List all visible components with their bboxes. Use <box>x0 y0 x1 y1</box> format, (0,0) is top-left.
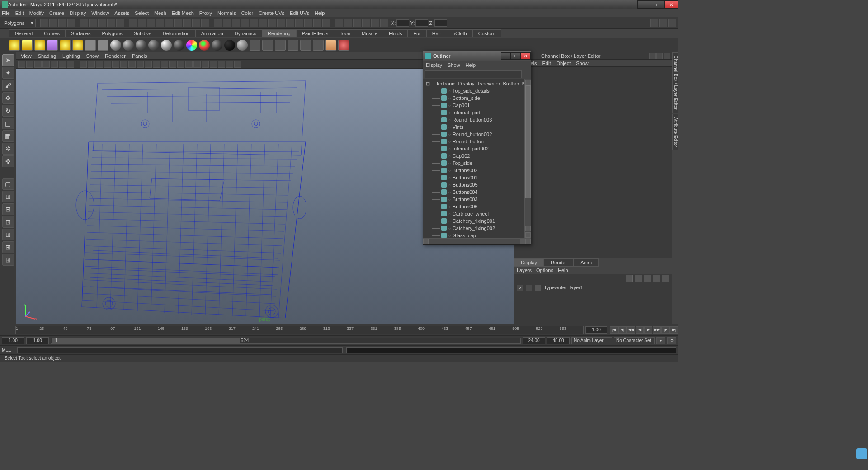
shelf-tab-polygons[interactable]: Polygons <box>96 29 128 37</box>
shelf-tab-subdivs[interactable]: Subdivs <box>128 29 157 37</box>
shader-ball-icon[interactable] <box>174 40 184 51</box>
toolbar-button[interactable] <box>201 19 209 27</box>
toolbar-button[interactable] <box>380 19 388 27</box>
autokey-button[interactable]: ● <box>656 337 665 344</box>
toolbar-button[interactable] <box>165 19 173 27</box>
menu-edit-uvs[interactable]: Edit UVs <box>290 10 309 16</box>
panel-icon[interactable] <box>649 53 656 59</box>
outliner-item[interactable]: ——○Glass_cap <box>423 232 531 238</box>
toolbar-button[interactable] <box>241 19 249 27</box>
play-back-button[interactable]: ◀ <box>636 326 644 334</box>
vp-btn[interactable] <box>26 61 33 68</box>
layout-single[interactable]: ▢ <box>2 178 14 190</box>
shelf-icon[interactable] <box>326 40 336 51</box>
step-back-button[interactable]: ◀◀ <box>627 326 635 334</box>
outliner-close-button[interactable]: ✕ <box>521 52 531 60</box>
range-slider[interactable]: 1 624 <box>51 338 521 344</box>
menu-create-uvs[interactable]: Create UVs <box>259 10 284 16</box>
toolbar-button[interactable] <box>335 19 343 27</box>
goto-end-button[interactable]: ▶| <box>670 326 678 334</box>
soft-mod-tool[interactable]: ✲ <box>2 143 14 155</box>
shelf-icon[interactable] <box>250 40 260 51</box>
outliner-item[interactable]: ——○Catchery_fixing002 <box>423 225 531 232</box>
outliner-item[interactable]: ⊟Electronic_Display_Typewriter_Brother_M… <box>423 80 531 87</box>
toolbar-button[interactable] <box>49 19 57 27</box>
layout-custom[interactable]: ⊞ <box>2 241 14 253</box>
panel-icon[interactable] <box>656 53 663 59</box>
layer-tab-render[interactable]: Render <box>544 258 574 267</box>
toolbar-button[interactable] <box>304 19 312 27</box>
shelf-icon[interactable] <box>275 40 286 51</box>
layer-tab-display[interactable]: Display <box>514 258 544 267</box>
toolbar-button[interactable] <box>286 19 294 27</box>
outliner-window[interactable]: Outliner _ □ ✕ DisplayShowHelp ⊟Electron… <box>423 51 531 245</box>
toolbar-button[interactable] <box>322 19 330 27</box>
outliner-menu-help[interactable]: Help <box>466 62 476 68</box>
shelf-icon[interactable] <box>72 40 83 51</box>
shelf-tab-fluids[interactable]: Fluids <box>383 29 408 37</box>
outliner-item[interactable]: ——○Top_side <box>423 160 531 167</box>
toolbar-button[interactable] <box>344 19 352 27</box>
toolbar-button[interactable] <box>156 19 164 27</box>
shader-ball-icon[interactable] <box>186 40 197 51</box>
toolbar-button[interactable] <box>147 19 155 27</box>
shelf-icon[interactable] <box>313 40 324 51</box>
layer-menu-help[interactable]: Help <box>558 268 568 273</box>
coord-z-input[interactable] <box>434 19 447 27</box>
toolbar-button[interactable] <box>362 19 370 27</box>
toolbar-button[interactable] <box>80 19 88 27</box>
toolbar-button[interactable] <box>192 19 200 27</box>
shader-ball-icon[interactable] <box>161 40 172 51</box>
outliner-item[interactable]: ——○Buttons001 <box>423 174 531 181</box>
last-tool[interactable]: ✜ <box>2 155 14 167</box>
vp-btn[interactable] <box>234 61 241 68</box>
shelf-tab-animation[interactable]: Animation <box>195 29 229 37</box>
vp-btn[interactable] <box>18 61 25 68</box>
outliner-maximize-button[interactable]: □ <box>511 52 521 60</box>
vp-btn[interactable] <box>59 61 66 68</box>
menu-edit[interactable]: Edit <box>15 10 24 16</box>
current-time-field[interactable] <box>585 326 607 334</box>
toolbar-button[interactable] <box>223 19 231 27</box>
vp-btn[interactable] <box>42 61 50 68</box>
lasso-tool[interactable]: ✦ <box>2 67 14 79</box>
layer-tab-anim[interactable]: Anim <box>574 258 599 267</box>
vp-btn[interactable] <box>128 61 136 68</box>
vp-btn[interactable] <box>210 61 217 68</box>
character-set-dropdown[interactable]: No Character Set <box>614 337 655 344</box>
menu-create[interactable]: Create <box>49 10 64 16</box>
vp-btn[interactable] <box>120 61 127 68</box>
menu-file[interactable]: File <box>2 10 10 16</box>
menu-mesh[interactable]: Mesh <box>154 10 166 16</box>
layer-color-cell[interactable] <box>535 285 541 291</box>
outliner-item[interactable]: ——○Round_button <box>423 138 531 145</box>
toolbar-button[interactable] <box>129 19 137 27</box>
cb-menu-object[interactable]: Object <box>556 61 571 66</box>
side-tab[interactable]: Channel Box / Layer Editor <box>672 52 678 113</box>
layer-row[interactable]: V Typewriter_layer1 <box>514 283 672 324</box>
toolbar-button[interactable] <box>214 19 222 27</box>
outliner-item[interactable]: ——○Cartridge_wheel <box>423 210 531 217</box>
shelf-icon[interactable] <box>98 40 108 51</box>
toolbar-button[interactable] <box>650 19 658 27</box>
layout-three[interactable]: ⊞ <box>2 229 14 240</box>
toolbar-button[interactable] <box>313 19 321 27</box>
toolbar-button[interactable] <box>89 19 97 27</box>
vp-btn[interactable] <box>112 61 119 68</box>
toolbar-button[interactable] <box>668 19 676 27</box>
cb-menu-edit[interactable]: Edit <box>542 61 551 66</box>
scale-tool[interactable]: ◱ <box>2 118 14 129</box>
shelf-tab-hair[interactable]: Hair <box>426 29 447 37</box>
toolbar-button[interactable] <box>353 19 361 27</box>
toolbar-button[interactable] <box>116 19 124 27</box>
vp-menu-view[interactable]: View <box>21 53 32 59</box>
outliner-item[interactable]: ——○Buttons003 <box>423 196 531 203</box>
shelf-tab-fur[interactable]: Fur <box>407 29 427 37</box>
window-maximize-button[interactable]: □ <box>651 0 665 9</box>
vp-btn[interactable] <box>51 61 58 68</box>
outliner-menu-show[interactable]: Show <box>448 62 460 68</box>
range-start-field[interactable] <box>2 337 24 344</box>
shelf-icon[interactable] <box>60 40 71 51</box>
vp-menu-panels[interactable]: Panels <box>132 53 147 59</box>
toolbar-button[interactable] <box>138 19 146 27</box>
